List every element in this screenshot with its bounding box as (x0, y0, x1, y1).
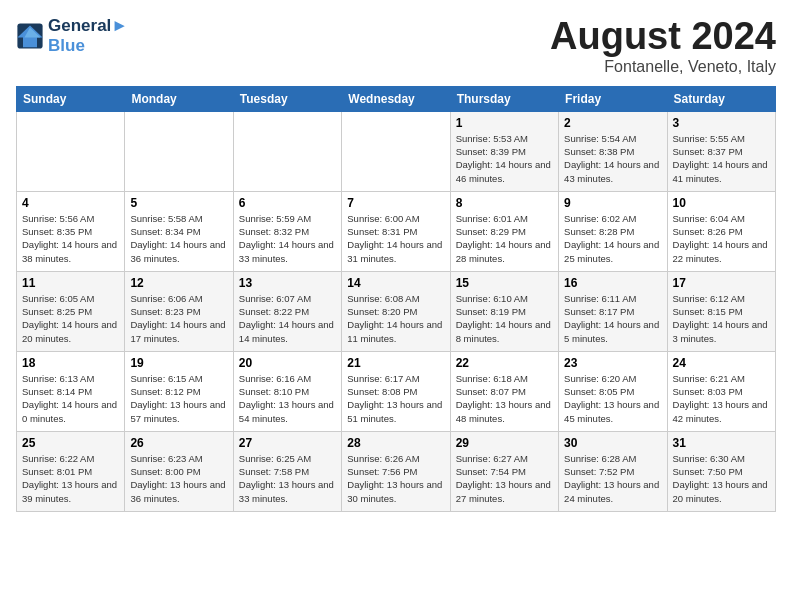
logo-text: General► Blue (48, 16, 128, 56)
day-info: Sunrise: 5:54 AMSunset: 8:38 PMDaylight:… (564, 132, 661, 185)
day-number: 27 (239, 436, 336, 450)
day-info: Sunrise: 5:58 AMSunset: 8:34 PMDaylight:… (130, 212, 227, 265)
calendar-week-row: 25Sunrise: 6:22 AMSunset: 8:01 PMDayligh… (17, 431, 776, 511)
weekday-header: Saturday (667, 86, 775, 111)
day-number: 24 (673, 356, 770, 370)
calendar-cell: 25Sunrise: 6:22 AMSunset: 8:01 PMDayligh… (17, 431, 125, 511)
day-info: Sunrise: 5:55 AMSunset: 8:37 PMDaylight:… (673, 132, 770, 185)
calendar-cell: 4Sunrise: 5:56 AMSunset: 8:35 PMDaylight… (17, 191, 125, 271)
calendar-week-row: 11Sunrise: 6:05 AMSunset: 8:25 PMDayligh… (17, 271, 776, 351)
day-number: 30 (564, 436, 661, 450)
title-area: August 2024 Fontanelle, Veneto, Italy (550, 16, 776, 76)
calendar-cell: 15Sunrise: 6:10 AMSunset: 8:19 PMDayligh… (450, 271, 558, 351)
day-number: 7 (347, 196, 444, 210)
calendar-cell (342, 111, 450, 191)
day-info: Sunrise: 6:17 AMSunset: 8:08 PMDaylight:… (347, 372, 444, 425)
day-number: 29 (456, 436, 553, 450)
day-number: 12 (130, 276, 227, 290)
calendar-cell: 17Sunrise: 6:12 AMSunset: 8:15 PMDayligh… (667, 271, 775, 351)
calendar-cell: 26Sunrise: 6:23 AMSunset: 8:00 PMDayligh… (125, 431, 233, 511)
calendar-cell: 6Sunrise: 5:59 AMSunset: 8:32 PMDaylight… (233, 191, 341, 271)
day-number: 16 (564, 276, 661, 290)
day-number: 19 (130, 356, 227, 370)
day-info: Sunrise: 6:21 AMSunset: 8:03 PMDaylight:… (673, 372, 770, 425)
day-info: Sunrise: 6:06 AMSunset: 8:23 PMDaylight:… (130, 292, 227, 345)
weekday-header: Monday (125, 86, 233, 111)
calendar-week-row: 4Sunrise: 5:56 AMSunset: 8:35 PMDaylight… (17, 191, 776, 271)
day-number: 21 (347, 356, 444, 370)
calendar-table: SundayMondayTuesdayWednesdayThursdayFrid… (16, 86, 776, 512)
day-number: 6 (239, 196, 336, 210)
day-info: Sunrise: 6:16 AMSunset: 8:10 PMDaylight:… (239, 372, 336, 425)
day-info: Sunrise: 6:15 AMSunset: 8:12 PMDaylight:… (130, 372, 227, 425)
day-number: 1 (456, 116, 553, 130)
day-number: 13 (239, 276, 336, 290)
day-info: Sunrise: 6:10 AMSunset: 8:19 PMDaylight:… (456, 292, 553, 345)
calendar-cell: 11Sunrise: 6:05 AMSunset: 8:25 PMDayligh… (17, 271, 125, 351)
weekday-header: Friday (559, 86, 667, 111)
day-number: 17 (673, 276, 770, 290)
day-number: 11 (22, 276, 119, 290)
day-number: 18 (22, 356, 119, 370)
day-number: 5 (130, 196, 227, 210)
day-number: 15 (456, 276, 553, 290)
calendar-week-row: 18Sunrise: 6:13 AMSunset: 8:14 PMDayligh… (17, 351, 776, 431)
calendar-cell: 22Sunrise: 6:18 AMSunset: 8:07 PMDayligh… (450, 351, 558, 431)
day-number: 14 (347, 276, 444, 290)
calendar-cell: 5Sunrise: 5:58 AMSunset: 8:34 PMDaylight… (125, 191, 233, 271)
calendar-cell (17, 111, 125, 191)
day-info: Sunrise: 6:07 AMSunset: 8:22 PMDaylight:… (239, 292, 336, 345)
calendar-cell: 21Sunrise: 6:17 AMSunset: 8:08 PMDayligh… (342, 351, 450, 431)
day-number: 2 (564, 116, 661, 130)
day-number: 10 (673, 196, 770, 210)
day-info: Sunrise: 6:25 AMSunset: 7:58 PMDaylight:… (239, 452, 336, 505)
month-title: August 2024 (550, 16, 776, 58)
calendar-cell: 24Sunrise: 6:21 AMSunset: 8:03 PMDayligh… (667, 351, 775, 431)
day-number: 9 (564, 196, 661, 210)
calendar-week-row: 1Sunrise: 5:53 AMSunset: 8:39 PMDaylight… (17, 111, 776, 191)
calendar-cell: 14Sunrise: 6:08 AMSunset: 8:20 PMDayligh… (342, 271, 450, 351)
header: General► Blue August 2024 Fontanelle, Ve… (16, 16, 776, 76)
calendar-cell: 16Sunrise: 6:11 AMSunset: 8:17 PMDayligh… (559, 271, 667, 351)
day-info: Sunrise: 6:05 AMSunset: 8:25 PMDaylight:… (22, 292, 119, 345)
day-number: 28 (347, 436, 444, 450)
day-info: Sunrise: 6:27 AMSunset: 7:54 PMDaylight:… (456, 452, 553, 505)
calendar-cell (233, 111, 341, 191)
day-info: Sunrise: 6:22 AMSunset: 8:01 PMDaylight:… (22, 452, 119, 505)
calendar-cell: 27Sunrise: 6:25 AMSunset: 7:58 PMDayligh… (233, 431, 341, 511)
day-info: Sunrise: 6:28 AMSunset: 7:52 PMDaylight:… (564, 452, 661, 505)
day-number: 23 (564, 356, 661, 370)
day-number: 25 (22, 436, 119, 450)
day-info: Sunrise: 6:26 AMSunset: 7:56 PMDaylight:… (347, 452, 444, 505)
day-number: 8 (456, 196, 553, 210)
day-info: Sunrise: 6:13 AMSunset: 8:14 PMDaylight:… (22, 372, 119, 425)
weekday-header: Wednesday (342, 86, 450, 111)
calendar-cell: 28Sunrise: 6:26 AMSunset: 7:56 PMDayligh… (342, 431, 450, 511)
calendar-cell: 7Sunrise: 6:00 AMSunset: 8:31 PMDaylight… (342, 191, 450, 271)
day-number: 31 (673, 436, 770, 450)
day-info: Sunrise: 6:00 AMSunset: 8:31 PMDaylight:… (347, 212, 444, 265)
day-info: Sunrise: 6:20 AMSunset: 8:05 PMDaylight:… (564, 372, 661, 425)
calendar-cell: 29Sunrise: 6:27 AMSunset: 7:54 PMDayligh… (450, 431, 558, 511)
calendar-cell (125, 111, 233, 191)
calendar-cell: 31Sunrise: 6:30 AMSunset: 7:50 PMDayligh… (667, 431, 775, 511)
weekday-header-row: SundayMondayTuesdayWednesdayThursdayFrid… (17, 86, 776, 111)
day-info: Sunrise: 6:11 AMSunset: 8:17 PMDaylight:… (564, 292, 661, 345)
day-info: Sunrise: 5:56 AMSunset: 8:35 PMDaylight:… (22, 212, 119, 265)
calendar-cell: 20Sunrise: 6:16 AMSunset: 8:10 PMDayligh… (233, 351, 341, 431)
calendar-cell: 3Sunrise: 5:55 AMSunset: 8:37 PMDaylight… (667, 111, 775, 191)
day-number: 4 (22, 196, 119, 210)
day-number: 22 (456, 356, 553, 370)
day-info: Sunrise: 5:53 AMSunset: 8:39 PMDaylight:… (456, 132, 553, 185)
day-number: 20 (239, 356, 336, 370)
calendar-cell: 8Sunrise: 6:01 AMSunset: 8:29 PMDaylight… (450, 191, 558, 271)
logo: General► Blue (16, 16, 128, 56)
calendar-cell: 23Sunrise: 6:20 AMSunset: 8:05 PMDayligh… (559, 351, 667, 431)
day-number: 3 (673, 116, 770, 130)
calendar-cell: 1Sunrise: 5:53 AMSunset: 8:39 PMDaylight… (450, 111, 558, 191)
day-info: Sunrise: 5:59 AMSunset: 8:32 PMDaylight:… (239, 212, 336, 265)
day-info: Sunrise: 6:08 AMSunset: 8:20 PMDaylight:… (347, 292, 444, 345)
logo-icon (16, 22, 44, 50)
weekday-header: Sunday (17, 86, 125, 111)
day-info: Sunrise: 6:23 AMSunset: 8:00 PMDaylight:… (130, 452, 227, 505)
